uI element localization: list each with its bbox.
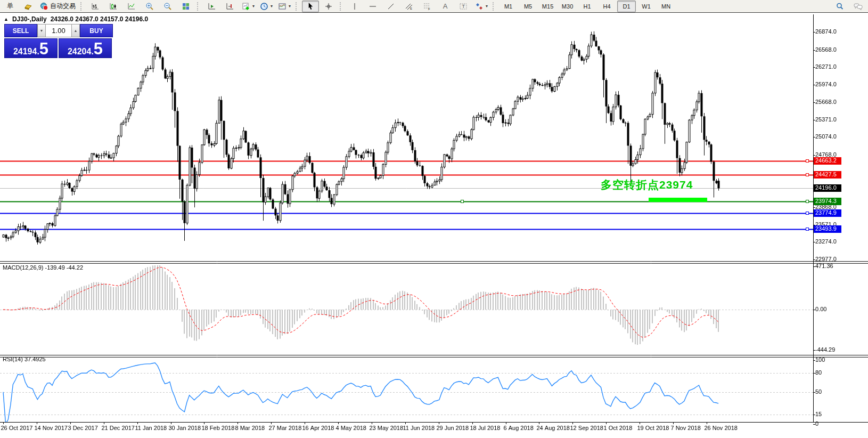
sell-price-pip: 5 [39,41,48,57]
timeframe-m15-button[interactable]: M15 [538,1,557,12]
timeframe-mn-button[interactable]: MN [657,1,675,12]
volume-increase-button[interactable]: ▲ [71,24,80,37]
vertical-line-tool-button[interactable] [346,1,363,12]
collapse-panel-icon[interactable]: ▲ [4,17,9,22]
sell-price-button[interactable]: 24194 . 5 [4,38,58,58]
equidistant-channel-tool-button[interactable]: E [400,1,417,12]
new-order-button[interactable]: 单 [2,1,19,12]
auto-scroll-button[interactable] [203,1,220,12]
svg-text:F: F [428,7,430,11]
crosshair-tool-button[interactable] [320,1,337,12]
one-click-trade-panel: SELL ▼ 1.00 ▲ BUY 24194 . 5 24204 . 5 [4,24,113,58]
timeframe-h1-button[interactable]: H1 [578,1,596,12]
volume-field[interactable]: 1.00 [46,24,71,37]
sell-price-main: 24194 [13,46,37,57]
price-chart-canvas[interactable] [0,13,868,438]
gold-bar-icon[interactable] [20,1,37,12]
timeframe-m1-button[interactable]: M1 [499,1,518,12]
pivot-highlight-bar [649,198,707,202]
autotrading-label: 自动交易 [50,2,76,11]
timeframe-m5-button[interactable]: M5 [519,1,537,12]
autotrading-icon [40,2,48,11]
fibonacci-tool-button[interactable]: F [419,1,436,12]
horizontal-line-tool-button[interactable] [364,1,381,12]
toolbar-handle [296,2,299,11]
zoom-out-button[interactable] [159,1,176,12]
chevron-down-icon: ▾ [252,4,255,9]
timeframe-m30-button[interactable]: M30 [558,1,577,12]
chat-button[interactable] [849,1,866,12]
chevron-down-icon: ▾ [289,4,291,9]
gold-bar-icon [24,2,32,11]
svg-text:T: T [462,4,465,9]
text-label-tool-button[interactable]: T [455,1,472,12]
timeframe-w1-button[interactable]: W1 [637,1,656,12]
toolbar-handle [340,2,343,11]
toolbar-handle [80,2,84,11]
timeframe-d1-button[interactable]: D1 [617,1,636,12]
line-chart-button[interactable] [123,1,140,12]
toolbar-handle [197,2,200,11]
buy-price-button[interactable]: 24204 . 5 [59,38,112,58]
mt4-terminal-window: 单 自动交易 [0,0,868,438]
macd-label: MACD(12,26,9) -139.49 -44.22 [3,264,83,271]
search-button[interactable] [831,1,848,12]
pivot-annotation-text: 多空转折点23974 [601,177,693,192]
buy-price-main: 24204 [68,46,92,57]
main-toolbar: 单 自动交易 [0,0,868,13]
chart-ohlc-values: 24326.0 24367.0 24157.0 24196.0 [51,15,149,23]
new-chart-button[interactable]: ▾ [240,1,257,12]
chevron-down-icon: ▾ [271,4,273,9]
candlestick-chart-button[interactable] [105,1,122,12]
bar-chart-button[interactable] [87,1,104,12]
volume-decrease-button[interactable]: ▼ [37,24,46,37]
arrows-tool-button[interactable]: ▾ [473,1,490,12]
trendline-tool-button[interactable] [382,1,399,12]
cursor-tool-button[interactable] [302,1,319,12]
chart-symbol-period: DJ30-,Daily [12,15,47,23]
chevron-down-icon: ▾ [486,4,488,9]
zoom-in-button[interactable] [141,1,158,12]
chart-shift-button[interactable] [222,1,239,12]
sell-button[interactable]: SELL [4,24,37,37]
templates-button[interactable]: ▾ [276,1,293,12]
timeframe-h4-button[interactable]: H4 [597,1,616,12]
toolbar-handle [493,2,496,11]
periods-button[interactable]: ▾ [258,1,275,12]
text-tool-button[interactable]: A [437,1,454,12]
buy-button[interactable]: BUY [80,24,113,37]
tile-windows-button[interactable] [177,1,194,12]
chart-title-strip: ▲ DJ30-,Daily 24326.0 24367.0 24157.0 24… [4,15,148,23]
autotrading-button[interactable]: 自动交易 [38,1,78,12]
svg-text:E: E [410,7,412,10]
rsi-label: RSI(14) 37.4925 [3,356,46,362]
buy-price-pip: 5 [94,41,103,57]
